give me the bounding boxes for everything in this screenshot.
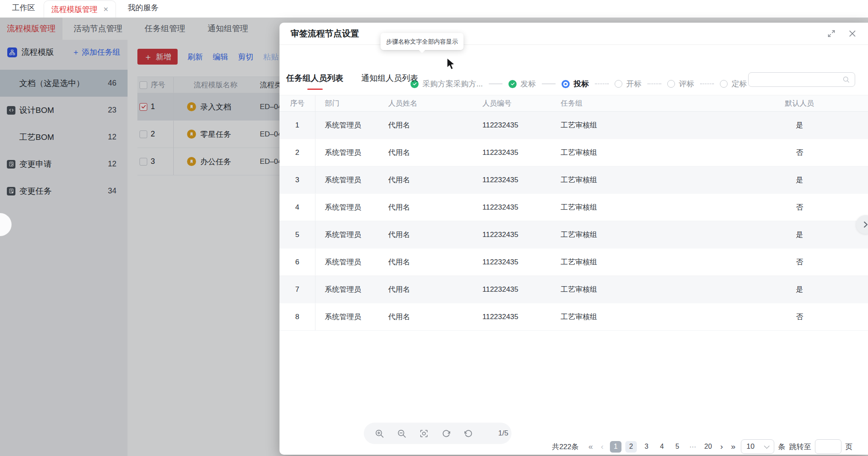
- rotate-ccw-icon[interactable]: [464, 429, 473, 438]
- member-cell-no: 7: [279, 276, 315, 303]
- member-list-tabs: 任务组人员列表通知组人员列表: [286, 73, 418, 90]
- pagination-total: 共222条: [552, 442, 579, 452]
- step-label: 定标: [731, 79, 747, 89]
- last-page-arrow[interactable]: »: [729, 442, 737, 451]
- member-cell-dept: 系统管理员: [315, 148, 379, 157]
- step-label: 发标: [520, 79, 536, 89]
- member-tab-1[interactable]: 通知组人员列表: [361, 73, 418, 90]
- member-cell-is_default: 否: [731, 148, 868, 157]
- pagination: 共222条«‹12345⋯20›»10条跳转至页: [552, 439, 853, 454]
- member-cell-code: 112232435: [473, 258, 551, 266]
- page-number[interactable]: 4: [656, 441, 668, 453]
- member-cell-name: 代用名: [379, 202, 473, 212]
- member-cell-code: 112232435: [473, 203, 551, 212]
- member-cell-is_default: 是: [731, 230, 868, 240]
- fit-view-icon[interactable]: [419, 429, 429, 438]
- page-number[interactable]: 3: [641, 441, 652, 453]
- column-header: 部门: [315, 98, 379, 108]
- zoom-in-icon[interactable]: [375, 429, 384, 438]
- column-header: 人员姓名: [379, 98, 473, 108]
- step-name-tooltip: 步骤名称文字全部内容显示: [380, 33, 464, 50]
- dialog-title: 审签流程节点设置: [291, 28, 359, 39]
- step-pending-icon: [720, 80, 728, 88]
- workflow-step-4[interactable]: 评标: [667, 79, 694, 89]
- search-input[interactable]: [749, 76, 842, 83]
- top-tab-2[interactable]: 我的服务: [128, 3, 159, 18]
- member-cell-name: 代用名: [379, 148, 473, 157]
- member-tab-0[interactable]: 任务组人员列表: [286, 73, 343, 90]
- member-row[interactable]: 4系统管理员代用名112232435工艺审核组否: [279, 194, 868, 221]
- member-cell-name: 代用名: [379, 120, 473, 130]
- page-number[interactable]: 1: [610, 441, 621, 453]
- workflow-step-3[interactable]: 开标: [615, 79, 642, 89]
- step-done-icon: [508, 80, 517, 88]
- page-unit-label: 页: [845, 442, 853, 452]
- member-cell-dept: 系统管理员: [315, 284, 379, 294]
- member-cell-code: 112232435: [473, 176, 551, 184]
- rotate-cw-icon[interactable]: [441, 429, 451, 438]
- workflow-step-1[interactable]: 发标: [508, 79, 536, 89]
- member-row[interactable]: 3系统管理员代用名112232435工艺审核组是: [279, 166, 868, 194]
- member-cell-no: 8: [279, 303, 315, 330]
- member-cell-group: 工艺审核组: [551, 284, 731, 294]
- member-cell-no: 5: [279, 221, 315, 248]
- chevron-down-icon: [764, 443, 770, 449]
- member-row[interactable]: 5系统管理员代用名112232435工艺审核组是: [279, 221, 868, 249]
- jump-label: 跳转至: [789, 442, 811, 452]
- step-connector: [648, 83, 661, 84]
- jump-page-input[interactable]: [815, 439, 841, 454]
- close-icon[interactable]: [848, 29, 857, 38]
- member-row[interactable]: 7系统管理员代用名112232435工艺审核组是: [279, 276, 868, 303]
- page-number[interactable]: 2: [625, 441, 637, 453]
- member-row[interactable]: 8系统管理员代用名112232435工艺审核组否: [279, 303, 868, 331]
- page-size-select[interactable]: 10: [741, 439, 774, 454]
- workflow-step-0[interactable]: 采购方案采购方...: [410, 79, 483, 89]
- member-cell-group: 工艺审核组: [551, 257, 731, 267]
- member-cell-group: 工艺审核组: [551, 175, 731, 185]
- member-cell-group: 工艺审核组: [551, 120, 731, 130]
- close-tab-icon[interactable]: ✕: [103, 6, 109, 13]
- prev-page-arrow[interactable]: ‹: [598, 442, 606, 451]
- member-cell-code: 112232435: [473, 313, 551, 321]
- page-ellipsis: ⋯: [687, 441, 699, 453]
- step-connector: [542, 83, 556, 84]
- first-page-arrow[interactable]: «: [587, 442, 595, 451]
- member-cell-is_default: 是: [731, 175, 868, 185]
- member-cell-group: 工艺审核组: [551, 148, 731, 157]
- page-number[interactable]: 5: [672, 441, 683, 453]
- member-cell-name: 代用名: [379, 312, 473, 322]
- column-header: 序号: [279, 95, 315, 111]
- top-tab-1[interactable]: 流程模版管理✕: [44, 0, 116, 18]
- member-cell-dept: 系统管理员: [315, 120, 379, 130]
- member-row[interactable]: 1系统管理员代用名112232435工艺审核组是: [279, 112, 868, 139]
- workflow-step-5[interactable]: 定标: [720, 79, 747, 89]
- member-cell-no: 4: [279, 194, 315, 221]
- step-connector: [595, 83, 609, 84]
- step-connector: [489, 83, 502, 84]
- step-pending-icon: [667, 80, 675, 88]
- member-cell-group: 工艺审核组: [551, 312, 731, 322]
- step-pending-icon: [615, 80, 622, 88]
- top-tab-bar: 工作区流程模版管理✕我的服务: [0, 0, 868, 18]
- member-row[interactable]: 2系统管理员代用名112232435工艺审核组否: [279, 139, 868, 166]
- column-header: 人员编号: [473, 98, 551, 108]
- fullscreen-icon[interactable]: [827, 29, 836, 38]
- top-tab-0[interactable]: 工作区: [12, 3, 35, 18]
- zoom-out-icon[interactable]: [397, 429, 407, 438]
- member-cell-is_default: 否: [731, 257, 868, 267]
- step-label: 采购方案采购方...: [422, 79, 483, 89]
- member-cell-is_default: 否: [731, 202, 868, 212]
- member-cell-name: 代用名: [379, 284, 473, 294]
- member-cell-dept: 系统管理员: [315, 257, 379, 267]
- member-cell-no: 6: [279, 249, 315, 275]
- page-number[interactable]: 20: [702, 441, 714, 453]
- page-size-value: 10: [746, 442, 755, 451]
- step-label: 开标: [626, 79, 642, 89]
- step-label: 投标: [574, 79, 589, 89]
- member-cell-name: 代用名: [379, 175, 473, 185]
- workflow-step-2[interactable]: 投标: [562, 79, 589, 89]
- member-row[interactable]: 6系统管理员代用名112232435工艺审核组否: [279, 249, 868, 276]
- next-page-arrow[interactable]: ›: [718, 442, 725, 451]
- step-label: 评标: [679, 79, 694, 89]
- member-cell-code: 112232435: [473, 121, 551, 130]
